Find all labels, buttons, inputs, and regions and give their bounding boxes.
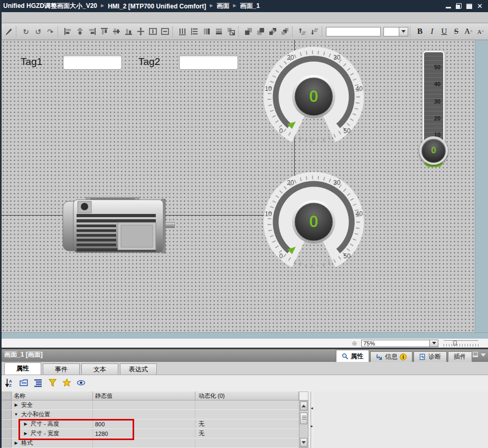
subtab-texts[interactable]: 文本 xyxy=(81,363,118,375)
font-name-combo[interactable] xyxy=(326,27,381,36)
send-backward-button[interactable] xyxy=(279,26,290,38)
collapse-panel-icon[interactable] xyxy=(481,353,486,359)
align-bottom-button[interactable] xyxy=(123,26,134,38)
align-center-button[interactable] xyxy=(74,26,86,38)
screen-editor-canvas[interactable]: Tag1 Tag2 0 xyxy=(2,40,475,332)
rotate-left-button[interactable]: ↺ xyxy=(32,26,44,38)
slider-knob[interactable]: 0 xyxy=(419,136,448,165)
restore-icon[interactable] xyxy=(456,3,462,9)
main-toolbar: ↻ ↺ ↷ xyxy=(2,23,488,40)
dock-panel-icon[interactable] xyxy=(473,352,478,357)
expand-arrow-icon[interactable]: ▶ xyxy=(14,403,18,407)
table-row-size-position[interactable]: ▼大小和位置 xyxy=(0,410,299,419)
table-row-format[interactable]: ▶格式 xyxy=(0,438,299,448)
distribute-vertical-button[interactable] xyxy=(189,26,200,38)
knob-widget-2[interactable]: 0 10 20 30 40 50 0 xyxy=(262,172,365,274)
menu-strip xyxy=(2,12,488,23)
zoom-slider[interactable] xyxy=(444,340,478,347)
underline-button[interactable]: U xyxy=(438,26,450,38)
distribute-horizontal-button[interactable] xyxy=(176,26,188,38)
header-dynamization[interactable]: 动态化 (0) xyxy=(195,391,299,400)
close-icon[interactable]: ✕ xyxy=(477,3,483,9)
scroll-down-button[interactable] xyxy=(300,438,307,447)
bring-to-front-button[interactable] xyxy=(242,26,254,38)
expand-arrow-icon[interactable]: ▶ xyxy=(23,431,28,436)
tab-info[interactable]: 信息 i xyxy=(370,351,412,362)
collapse-arrow-icon[interactable]: ▼ xyxy=(14,412,18,417)
table-row-security[interactable]: ▶安全 xyxy=(0,400,299,410)
same-width-icon xyxy=(215,27,223,35)
tab-order-up-button[interactable] xyxy=(296,26,308,38)
breadcrumb-device[interactable]: HMI_2 [MTP700 Unified Comfort] xyxy=(108,3,206,10)
zoom-level-input[interactable] xyxy=(361,340,430,347)
align-left-button[interactable] xyxy=(62,26,73,38)
canvas-vertical-scrollbar[interactable] xyxy=(475,40,488,332)
zoom-slider-thumb[interactable] xyxy=(453,341,457,346)
list-view-button[interactable] xyxy=(33,377,43,388)
zoom-dropdown-button[interactable] xyxy=(430,340,438,347)
table-vertical-scrollbar[interactable] xyxy=(299,400,308,448)
expand-arrow-icon[interactable]: ▶ xyxy=(23,422,28,426)
breadcrumb-project[interactable]: Unified HGZD调整画面大小_V20 xyxy=(3,2,97,11)
table-row-size-width[interactable]: ▶尺寸 - 宽度 1280 无 xyxy=(0,429,299,438)
tag1-io-field[interactable] xyxy=(63,55,122,70)
filter-button[interactable] xyxy=(47,377,58,388)
center-both-button[interactable] xyxy=(135,26,146,38)
align-middle-button[interactable] xyxy=(110,26,122,38)
maximize-icon[interactable] xyxy=(466,4,472,9)
subtab-properties[interactable]: 属性 xyxy=(4,362,41,375)
same-size-button[interactable] xyxy=(225,26,237,38)
subtab-expressions[interactable]: 表达式 xyxy=(120,363,157,375)
flip-button[interactable]: ↷ xyxy=(44,26,56,38)
tab-diagnostics[interactable]: 诊断 xyxy=(414,351,447,362)
tag1-text-widget[interactable]: Tag1 xyxy=(21,56,42,68)
scale-label: 20 xyxy=(287,54,294,61)
knob-widget-1[interactable]: 0 10 20 30 40 50 0 xyxy=(262,46,365,149)
canvas-horizontal-scrollbar[interactable] xyxy=(2,332,488,339)
slider-widget[interactable]: 50 40 30 20 10 0 xyxy=(418,51,449,169)
rotate-right-button[interactable]: ↻ xyxy=(20,26,32,38)
font-increase-button[interactable]: A˄ xyxy=(463,26,474,38)
favorites-button[interactable] xyxy=(61,377,72,388)
same-height-icon xyxy=(203,27,211,35)
same-height-button[interactable] xyxy=(201,26,212,38)
align-right-button[interactable] xyxy=(86,26,98,38)
font-decrease-button[interactable]: A˅ xyxy=(475,26,486,38)
same-size-icon xyxy=(227,27,235,35)
bring-forward-button[interactable] xyxy=(267,26,278,38)
breadcrumb-screens[interactable]: 画面 xyxy=(217,2,229,11)
motor-graphic[interactable] xyxy=(62,197,175,255)
splitter-left-icon[interactable]: ◄ xyxy=(310,406,314,410)
splitter-right-icon[interactable]: ► xyxy=(310,424,314,428)
expand-arrow-icon[interactable]: ▶ xyxy=(14,441,18,445)
inspector-subtabs: 属性 事件 文本 表达式 xyxy=(0,362,488,375)
category-view-button[interactable] xyxy=(18,377,29,388)
tab-properties[interactable]: 属性 xyxy=(336,350,369,362)
scrollbar-thumb[interactable] xyxy=(300,413,307,424)
visibility-button[interactable] xyxy=(76,377,86,388)
category-view-icon xyxy=(20,378,29,387)
tab-order-down-button[interactable] xyxy=(308,26,320,38)
italic-button[interactable]: I xyxy=(426,26,438,38)
format-painter-button[interactable] xyxy=(3,26,14,38)
center-horizontal-button[interactable] xyxy=(147,26,158,38)
align-top-button[interactable] xyxy=(98,26,110,38)
breadcrumb-screen-1[interactable]: 画面_1 xyxy=(240,2,260,11)
center-vertical-button[interactable] xyxy=(159,26,171,38)
strikethrough-button[interactable]: S xyxy=(451,26,462,38)
tag2-text-widget[interactable]: Tag2 xyxy=(138,56,160,68)
header-name[interactable]: 名称 xyxy=(12,391,93,400)
minimize-icon[interactable] xyxy=(446,4,451,8)
font-size-dropdown-button[interactable] xyxy=(399,27,408,36)
subtab-events[interactable]: 事件 xyxy=(43,363,80,375)
sort-az-button[interactable]: AZ xyxy=(4,377,15,388)
same-width-button[interactable] xyxy=(213,26,224,38)
scroll-up-button[interactable] xyxy=(300,402,307,410)
header-static-value[interactable]: 静态值 xyxy=(93,391,195,400)
table-row-size-height[interactable]: ▶尺寸 - 高度 800 无 xyxy=(0,419,299,429)
float-panel-icon[interactable] xyxy=(465,352,470,357)
bold-button[interactable]: B xyxy=(414,26,426,38)
tag2-io-field[interactable] xyxy=(179,55,238,70)
font-size-input[interactable] xyxy=(383,27,399,36)
send-to-back-button[interactable] xyxy=(255,26,266,38)
